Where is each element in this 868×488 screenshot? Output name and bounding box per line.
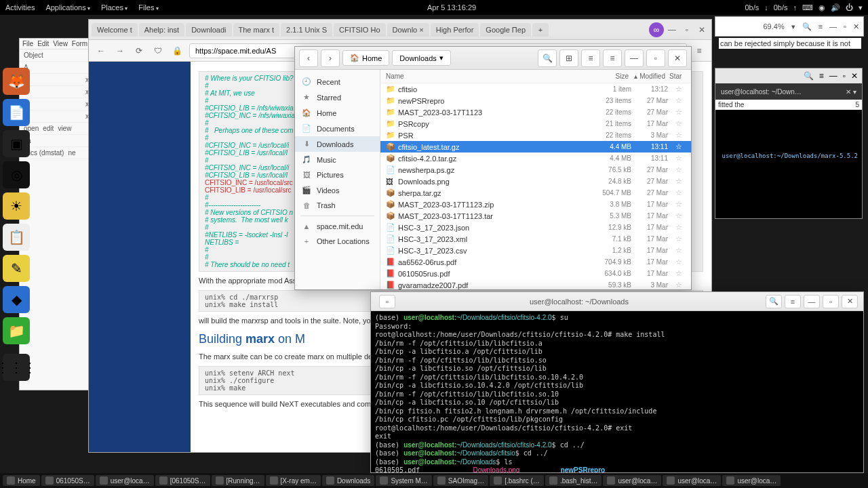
pdf-menu-icon[interactable]: ≡ bbox=[818, 22, 823, 30]
minimize-icon[interactable]: — bbox=[665, 23, 679, 37]
task-item[interactable]: [061050S… bbox=[155, 475, 210, 486]
keyboard-icon[interactable]: ⌨ bbox=[802, 3, 813, 12]
file-row[interactable]: 📁newPSRrepro23 items27 Mar☆ bbox=[380, 95, 691, 106]
task-item[interactable]: Downloads bbox=[322, 475, 374, 486]
weather-icon[interactable]: ☀ bbox=[3, 192, 30, 220]
task-item[interactable]: [Running… bbox=[212, 475, 264, 486]
texteditor-icon[interactable]: 📄 bbox=[3, 99, 30, 126]
apps-grid-icon[interactable]: ⋮⋮⋮ bbox=[3, 354, 30, 381]
star-icon[interactable]: ☆ bbox=[672, 223, 686, 232]
firefox-icon[interactable]: 🦊 bbox=[3, 68, 30, 95]
star-icon[interactable]: ☆ bbox=[672, 211, 686, 220]
activities-menu[interactable]: Activities bbox=[5, 3, 35, 12]
star-icon[interactable]: ☆ bbox=[672, 200, 686, 209]
files-min-button[interactable]: — bbox=[625, 49, 644, 67]
tab-0[interactable]: Welcome t bbox=[92, 23, 138, 37]
sidebar-item-other-locations[interactable]: +Other Locations bbox=[295, 234, 380, 249]
search-icon[interactable]: 🔍 bbox=[802, 22, 812, 31]
term-close-button[interactable]: ✕ bbox=[842, 295, 858, 308]
view-btn[interactable]: view bbox=[58, 125, 71, 132]
star-icon[interactable]: ☆ bbox=[672, 108, 686, 117]
maximize-icon[interactable]: ▫ bbox=[680, 23, 694, 37]
term-newtab-button[interactable]: ▫ bbox=[379, 295, 395, 308]
edit-btn[interactable]: edit bbox=[43, 125, 54, 132]
volume-icon[interactable]: 🔊 bbox=[831, 3, 840, 12]
term-search-button[interactable]: 🔍 bbox=[766, 295, 782, 308]
rt-menu-icon[interactable]: ≡ bbox=[819, 71, 824, 81]
sidebar-item-trash[interactable]: 🗑Trash bbox=[295, 198, 380, 213]
tab-5[interactable]: CFITSIO Ho bbox=[334, 23, 386, 37]
new-tab-button[interactable]: + bbox=[532, 23, 549, 37]
forward-icon[interactable]: → bbox=[113, 44, 127, 58]
app-icon[interactable]: ◆ bbox=[3, 286, 30, 313]
task-item[interactable]: .bash_hist… bbox=[545, 475, 602, 486]
file-row[interactable]: 📁cfitsio1 item13:12☆ bbox=[380, 83, 691, 95]
star-icon[interactable]: ☆ bbox=[672, 246, 686, 255]
star-icon[interactable]: ☆ bbox=[672, 177, 686, 186]
rt-close-icon[interactable]: ✕ bbox=[851, 71, 858, 81]
task-item[interactable]: System M… bbox=[376, 475, 431, 486]
star-icon[interactable]: ☆ bbox=[672, 188, 686, 197]
star-icon[interactable]: ☆ bbox=[672, 235, 686, 243]
files-max-button[interactable]: ▫ bbox=[646, 49, 665, 67]
task-item[interactable]: user@loca… bbox=[96, 475, 154, 486]
file-row[interactable]: 📁PSRcopy21 items17 Mar☆ bbox=[380, 118, 691, 129]
star-icon[interactable]: ☆ bbox=[672, 269, 686, 278]
notes-icon[interactable]: ✎ bbox=[3, 255, 30, 282]
star-icon[interactable]: ☆ bbox=[672, 119, 686, 128]
crumb-downloads[interactable]: Downloads ▾ bbox=[392, 50, 450, 66]
docs-icon[interactable]: 📋 bbox=[3, 224, 30, 251]
account-icon[interactable]: ∞ bbox=[649, 22, 664, 37]
star-icon[interactable]: ☆ bbox=[672, 165, 686, 174]
rt-tab-label[interactable]: user@localhost: ~/Down… bbox=[721, 88, 802, 96]
file-row[interactable]: 📄HSC-3_17_2023.json12.9 kB17 Mar☆ bbox=[380, 222, 691, 233]
file-row[interactable]: 🖼Downloads.png24.8 kB27 Mar☆ bbox=[380, 176, 691, 187]
panel-clock[interactable]: Apr 5 13:16:29 bbox=[159, 3, 745, 12]
terminal-body[interactable]: (base) user@localhost:~/Downloads/cfitsi… bbox=[371, 311, 863, 472]
sheet-menu-form[interactable]: Form bbox=[72, 40, 87, 47]
sidebar-item-downloads[interactable]: ⬇Downloads bbox=[295, 136, 380, 152]
col-size[interactable]: Size bbox=[588, 73, 629, 80]
tab-8[interactable]: Google Пер bbox=[480, 23, 531, 37]
files-list[interactable]: Name Size ▴ Modified Star 📁cfitsio1 item… bbox=[380, 70, 691, 289]
tab-3[interactable]: The marx t bbox=[233, 23, 280, 37]
term-menu-button[interactable]: ≡ bbox=[785, 295, 801, 308]
star-icon[interactable]: ☆ bbox=[672, 85, 686, 94]
file-row[interactable]: 📕aa6562-06rus.pdf704.9 kB17 Mar☆ bbox=[380, 256, 691, 268]
reload-icon[interactable]: ⟳ bbox=[132, 44, 146, 58]
rt-min-icon[interactable]: — bbox=[829, 71, 837, 81]
sidebar-item-music[interactable]: 🎵Music bbox=[295, 152, 380, 167]
sidebar-item-documents[interactable]: 📄Documents bbox=[295, 121, 380, 136]
term-max-button[interactable]: ▫ bbox=[823, 295, 839, 308]
rt-max-icon[interactable]: ▫ bbox=[843, 71, 846, 81]
crumb-home[interactable]: 🏠 Home bbox=[342, 50, 389, 66]
star-icon[interactable]: ☆ bbox=[672, 154, 686, 163]
zoom-dropdown-icon[interactable]: ▾ bbox=[791, 22, 795, 31]
view-list-button[interactable]: ≡ bbox=[581, 49, 600, 67]
applications-menu[interactable]: Applications bbox=[45, 3, 90, 12]
col-star[interactable]: Star bbox=[669, 73, 686, 80]
star-icon[interactable]: ☆ bbox=[672, 258, 686, 266]
files-close-button[interactable]: ✕ bbox=[668, 49, 687, 67]
rt-search-icon[interactable]: 🔍 bbox=[804, 71, 814, 81]
tab-7[interactable]: High Perfor bbox=[431, 23, 479, 37]
task-item[interactable]: Home bbox=[3, 475, 40, 486]
file-row[interactable]: 📦sherpa.tar.gz504.7 MB27 Mar☆ bbox=[380, 187, 691, 199]
files-launcher-icon[interactable]: 📁 bbox=[3, 317, 30, 344]
file-row[interactable]: 📄HSC-3_17_2023.csv1.2 kB17 Mar☆ bbox=[380, 245, 691, 256]
file-row[interactable]: 📕gvaramadze2007.pdf59.3 kB3 Mar☆ bbox=[380, 279, 691, 289]
task-item[interactable]: user@loca… bbox=[603, 475, 661, 486]
file-row[interactable]: 📁MAST_2023-03-17T112322 items27 Mar☆ bbox=[380, 106, 691, 118]
terminal-icon[interactable]: ▣ bbox=[3, 130, 30, 157]
files-forward-button[interactable]: › bbox=[321, 49, 340, 67]
close-icon[interactable]: ✕ bbox=[695, 23, 709, 37]
pdf-min-icon[interactable]: — bbox=[829, 22, 837, 30]
sheet-menu-view[interactable]: View bbox=[53, 40, 68, 47]
star-icon[interactable]: ☆ bbox=[672, 142, 686, 151]
sidebar-item-pictures[interactable]: 🖼Pictures bbox=[295, 167, 380, 182]
file-row[interactable]: 📦cfitsio_latest.tar.gz4.4 MB13:11☆ bbox=[380, 141, 691, 152]
hamburger-icon[interactable]: ≡ bbox=[692, 44, 706, 58]
star-icon[interactable]: ☆ bbox=[672, 281, 686, 289]
col-modified[interactable]: ▴ Modified bbox=[629, 73, 669, 80]
shield-icon[interactable]: 🛡 bbox=[151, 44, 165, 58]
